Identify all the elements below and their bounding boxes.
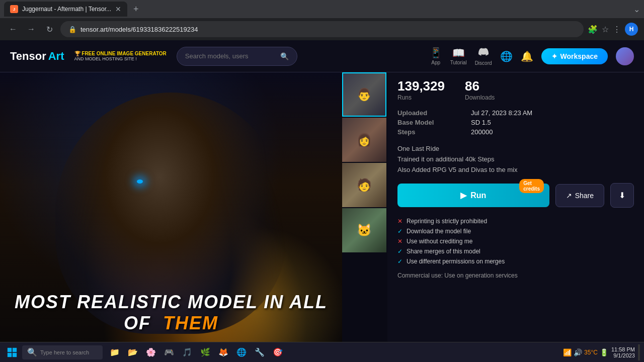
perm-cross-icon: ✕ — [397, 238, 403, 245]
new-tab-button[interactable]: + — [129, 2, 143, 17]
run-label: Run — [470, 191, 486, 200]
workspace-button[interactable]: ✦ Workspace — [541, 48, 608, 64]
show-desktop-button[interactable] — [638, 344, 640, 360]
tutorial-label: Tutorial — [450, 60, 467, 65]
thumbnail-image: 👩 — [342, 118, 386, 162]
app-nav-item[interactable]: 📱 App — [430, 47, 442, 65]
tray-time-value: 11:58 PM — [611, 346, 635, 352]
site-logo[interactable]: TensorArt — [10, 50, 64, 63]
thumbnail-item[interactable]: 👨 — [342, 72, 386, 117]
taskbar-files[interactable]: 📂 — [125, 344, 141, 360]
discord-icon — [478, 47, 489, 59]
tab-close-button[interactable]: ✕ — [115, 5, 121, 13]
perm-check-icon: ✓ — [397, 248, 403, 255]
search-input[interactable] — [185, 52, 276, 60]
perm-check-icon: ✓ — [397, 228, 403, 235]
taskbar-chrome[interactable]: 🌐 — [233, 344, 250, 360]
tab-title: Juggernaut - Aftermath | Tensor... — [22, 6, 111, 13]
reload-button[interactable]: ↻ — [42, 22, 56, 36]
downloads-value: 86 — [465, 78, 495, 94]
tutorial-nav-item[interactable]: 📖 Tutorial — [450, 47, 467, 65]
taskbar-app2[interactable]: 🎮 — [161, 344, 177, 360]
taskbar-app3[interactable]: 🎵 — [179, 344, 195, 360]
start-button[interactable] — [4, 344, 20, 360]
extensions-icon[interactable]: 🧩 — [588, 25, 598, 34]
bookmark-icon[interactable]: ☆ — [602, 25, 609, 34]
uploaded-row: Uploaded Jul 27, 2023 8:23 AM — [397, 109, 634, 117]
taskbar-app5[interactable]: 🦊 — [215, 344, 231, 360]
perm-item-download: ✓ Download the model file — [397, 228, 634, 235]
taskbar-search-icon: 🔍 — [27, 347, 37, 357]
header-icons: 📱 App 📖 Tutorial Discord 🌐 🔔 ✦ Workspace — [430, 47, 634, 66]
taskbar-search[interactable]: 🔍 Type here to search — [22, 345, 103, 359]
tray-wifi[interactable]: 📶 — [563, 348, 572, 356]
runs-value: 139,329 — [397, 78, 445, 94]
run-play-icon: ▶ — [460, 191, 466, 200]
share-button[interactable]: ↗ Share — [555, 184, 604, 207]
thumbnail-image: 👨 — [343, 73, 385, 116]
info-panel: 139,329 Runs 86 Downloads Uploaded Jul 2… — [387, 72, 644, 354]
url-bar[interactable]: 🔒 tensor.art/models/619331836222519234 — [60, 21, 584, 37]
action-row: ▶ Run Get credits ↗ Share ⬇ — [397, 183, 634, 208]
taskbar-explorer[interactable]: 📁 — [107, 344, 123, 360]
taskbar-app1[interactable]: 🌸 — [143, 344, 159, 360]
runs-stat: 139,329 Runs — [397, 78, 445, 101]
tray-sound[interactable]: 🔊 — [574, 348, 582, 356]
browser-menu-icon[interactable]: ⋮ — [613, 25, 621, 34]
site-header: TensorArt 🏆 FREE ONLINE IMAGE GENERATOR … — [0, 40, 644, 72]
perm-text-merges: Share merges of this model — [407, 248, 480, 255]
app-label: App — [431, 60, 440, 65]
perm-item-credit: ✕ Use without crediting me — [397, 238, 634, 245]
taskbar-app4[interactable]: 🌿 — [197, 344, 213, 360]
downloads-label: Downloads — [465, 94, 495, 101]
svg-rect-1 — [13, 347, 17, 351]
windows-taskbar: 🔍 Type here to search 📁 📂 🌸 🎮 🎵 🌿 🦊 🌐 🔧 … — [0, 342, 644, 362]
search-bar[interactable]: 🔍 — [177, 47, 297, 66]
logo-promo: 🏆 FREE ONLINE IMAGE GENERATOR AND MODEL … — [74, 51, 167, 61]
subtitle-highlight: THEM — [163, 313, 218, 333]
discord-nav-item[interactable]: Discord — [475, 47, 492, 66]
workspace-label: Workspace — [560, 52, 598, 60]
workspace-icon: ✦ — [551, 52, 557, 60]
svg-rect-3 — [13, 352, 17, 356]
forward-button[interactable]: → — [24, 22, 38, 36]
tray-datetime: 11:58 PM 9/1/2023 — [611, 346, 635, 358]
desc-line-3: Also Added RPG V5 and Divas to the mix — [397, 165, 634, 175]
runs-label: Runs — [397, 94, 445, 101]
notifications-icon[interactable]: 🔔 — [521, 50, 533, 62]
stats-row: 139,329 Runs 86 Downloads — [397, 78, 634, 101]
tab-bar: J Juggernaut - Aftermath | Tensor... ✕ +… — [0, 0, 644, 18]
perm-text-diff-perms: Use different permissions on merges — [407, 258, 505, 265]
thumbnail-item[interactable]: 🐱 — [342, 208, 386, 252]
get-credits-badge[interactable]: Get credits — [519, 179, 544, 193]
base-model-value: SD 1.5 — [471, 119, 634, 126]
perm-text-reprint: Reprinting is strictly prohibited — [407, 218, 487, 225]
language-icon[interactable]: 🌐 — [500, 50, 513, 62]
base-model-row: Base Model SD 1.5 — [397, 119, 634, 126]
tray-battery[interactable]: 🔋 — [600, 348, 608, 356]
perm-text-credit: Use without crediting me — [407, 238, 472, 245]
perm-text-download: Download the model file — [407, 228, 471, 235]
browser-chrome: J Juggernaut - Aftermath | Tensor... ✕ +… — [0, 0, 644, 40]
uploaded-value: Jul 27, 2023 8:23 AM — [471, 109, 634, 117]
browser-profile[interactable]: H — [625, 23, 638, 36]
share-container: Get credits ↗ Share — [555, 184, 604, 207]
user-avatar[interactable] — [616, 47, 634, 65]
taskbar-app7[interactable]: 🎯 — [270, 344, 286, 360]
back-button[interactable]: ← — [6, 22, 20, 36]
model-description: One Last Ride Trained it on additional 4… — [397, 144, 634, 175]
system-tray: 📶 🔊 35°C 🔋 11:58 PM 9/1/2023 — [563, 344, 640, 360]
secure-icon: 🔒 — [68, 26, 76, 33]
thumbnail-item[interactable]: 👩 — [342, 118, 386, 162]
thumbnail-item[interactable]: 🧑 — [342, 163, 386, 207]
download-button[interactable]: ⬇ — [610, 183, 634, 208]
taskbar-app6[interactable]: 🔧 — [252, 344, 268, 360]
commercial-note: Commercial use: Use on generation servic… — [397, 272, 634, 279]
eye-glow — [137, 179, 143, 184]
tab-nav-icons: ⌄ — [633, 5, 640, 14]
thumbnail-image: 🐱 — [342, 208, 386, 252]
active-tab[interactable]: J Juggernaut - Aftermath | Tensor... ✕ — [4, 2, 127, 17]
tab-list-icon[interactable]: ⌄ — [633, 5, 640, 14]
url-text: tensor.art/models/619331836222519234 — [80, 26, 576, 33]
promo-top-text: 🏆 FREE ONLINE IMAGE GENERATOR — [74, 51, 167, 56]
